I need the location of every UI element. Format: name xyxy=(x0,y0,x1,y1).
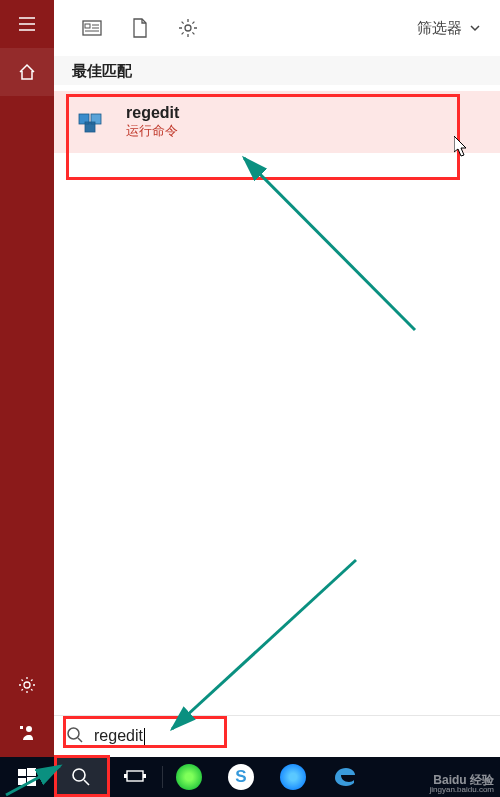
filter-dropdown[interactable]: 筛选器 xyxy=(417,19,482,38)
search-panel: 筛选器 最佳匹配 regedit xyxy=(54,0,500,757)
taskbar: S xyxy=(0,757,500,797)
documents-filter[interactable] xyxy=(120,8,160,48)
home-button[interactable] xyxy=(0,48,54,96)
cortana-sidebar xyxy=(0,0,54,757)
browser-qq-icon xyxy=(280,764,306,790)
svg-rect-14 xyxy=(27,768,36,776)
hamburger-menu[interactable] xyxy=(0,0,54,48)
result-subtitle: 运行命令 xyxy=(126,122,179,140)
windows-icon xyxy=(18,768,36,786)
person-icon xyxy=(17,723,37,743)
sidebar-feedback[interactable] xyxy=(0,709,54,757)
section-best-match: 最佳匹配 xyxy=(54,56,500,85)
edge-icon xyxy=(332,764,358,790)
svg-rect-13 xyxy=(18,769,26,776)
svg-point-5 xyxy=(185,25,191,31)
settings-filter[interactable] xyxy=(168,8,208,48)
svg-rect-20 xyxy=(143,774,146,778)
gear-icon xyxy=(177,17,199,39)
app-sogou[interactable]: S xyxy=(215,757,267,797)
hamburger-icon xyxy=(17,14,37,34)
results-list: regedit 运行命令 xyxy=(54,85,500,715)
svg-rect-4 xyxy=(85,24,90,28)
sidebar-settings[interactable] xyxy=(0,661,54,709)
svg-point-0 xyxy=(24,682,30,688)
svg-rect-16 xyxy=(27,777,36,786)
svg-rect-8 xyxy=(85,122,95,132)
home-icon xyxy=(17,62,37,82)
search-icon xyxy=(71,767,91,787)
app-360[interactable] xyxy=(163,757,215,797)
window-icon xyxy=(81,17,103,39)
svg-rect-18 xyxy=(127,771,143,781)
task-view[interactable] xyxy=(108,757,162,797)
apps-filter[interactable] xyxy=(72,8,112,48)
taskview-icon xyxy=(124,768,146,786)
toolbar: 筛选器 xyxy=(54,0,500,56)
svg-point-17 xyxy=(73,769,85,781)
search-bar[interactable]: regedit xyxy=(54,715,500,757)
svg-point-1 xyxy=(26,726,32,732)
start-button[interactable] xyxy=(0,757,54,797)
taskbar-search[interactable] xyxy=(54,757,108,797)
svg-rect-15 xyxy=(18,778,26,785)
gear-icon xyxy=(17,675,37,695)
document-icon xyxy=(130,17,150,39)
svg-rect-19 xyxy=(124,774,127,778)
result-title: regedit xyxy=(126,104,179,122)
browser-sogou-icon: S xyxy=(228,764,254,790)
browser-360-icon xyxy=(176,764,202,790)
chevron-down-icon xyxy=(468,21,482,35)
result-regedit[interactable]: regedit 运行命令 xyxy=(54,91,500,153)
app-qq[interactable] xyxy=(267,757,319,797)
app-edge[interactable] xyxy=(319,757,371,797)
svg-rect-2 xyxy=(20,726,23,729)
regedit-icon xyxy=(72,103,110,141)
filter-label: 筛选器 xyxy=(417,19,462,38)
